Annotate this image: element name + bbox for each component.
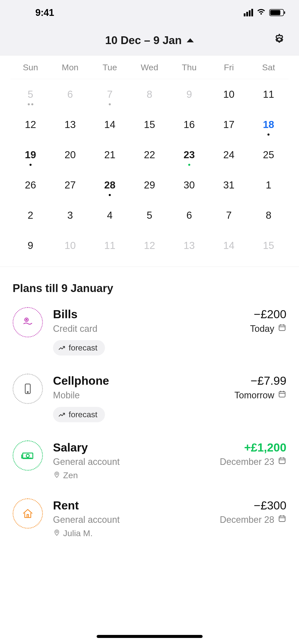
weekday-row: Sun Mon Tue Wed Thu Fri Sat: [11, 55, 288, 79]
plan-title: Bills: [53, 307, 105, 322]
status-indicators: [244, 9, 284, 17]
status-time: 9:41: [35, 7, 54, 18]
calendar-day[interactable]: 28: [90, 179, 130, 191]
svg-rect-3: [279, 325, 285, 331]
calendar-day[interactable]: 30: [169, 179, 209, 191]
calendar-day[interactable]: 31: [209, 179, 249, 191]
pin-icon: [53, 528, 61, 538]
calendar-icon: [278, 388, 286, 402]
calendar-day[interactable]: 6: [50, 89, 90, 100]
calendar-day[interactable]: 15: [249, 240, 288, 251]
plan-title: Cellphone: [53, 374, 109, 388]
calendar-day[interactable]: 20: [50, 149, 90, 160]
calendar-day[interactable]: 4: [90, 210, 130, 221]
calendar-day[interactable]: 7: [209, 210, 249, 221]
chevron-up-icon: [187, 38, 194, 42]
plan-item[interactable]: RentGeneral accountJulia M.−£300December…: [13, 498, 286, 538]
calendar-day[interactable]: 22: [130, 149, 169, 160]
salary-icon: [13, 440, 43, 471]
calendar-day[interactable]: 11: [249, 89, 288, 100]
calendar-day[interactable]: 12: [11, 119, 50, 130]
svg-rect-10: [279, 458, 285, 464]
calendar-row: 2627282930311: [11, 170, 288, 200]
cellular-icon: [244, 9, 253, 16]
calendar-row: 9101112131415: [11, 230, 288, 261]
calendar-day[interactable]: 2: [11, 210, 50, 221]
calendar-day[interactable]: 18: [249, 119, 288, 130]
calendar-day[interactable]: 3: [50, 210, 90, 221]
calendar-day[interactable]: 8: [130, 89, 169, 100]
plan-subtitle: Mobile: [53, 388, 109, 402]
svg-point-8: [26, 454, 29, 457]
calendar-day[interactable]: 14: [90, 119, 130, 130]
calendar-day[interactable]: 1: [249, 179, 288, 191]
svg-point-2: [26, 319, 27, 320]
plan-item[interactable]: BillsCredit cardforecast−£200Today: [13, 307, 286, 356]
calendar-day[interactable]: 13: [169, 240, 209, 251]
plan-date: Today: [250, 322, 286, 336]
calendar-day[interactable]: 16: [169, 119, 209, 130]
calendar-day[interactable]: 15: [130, 119, 169, 130]
plans-title: Plans till 9 January: [13, 282, 286, 295]
calendar-row: 12131415161718: [11, 109, 288, 140]
weekday-label: Tue: [90, 62, 130, 72]
bills-icon: [13, 307, 43, 337]
plan-amount: −£7.99: [234, 374, 286, 388]
calendar-icon: [278, 455, 286, 469]
calendar-day[interactable]: 5: [11, 89, 50, 100]
calendar-day[interactable]: 9: [11, 240, 50, 251]
calendar-day[interactable]: 23: [169, 149, 209, 160]
trend-icon: [59, 343, 66, 352]
weekday-label: Sun: [11, 62, 50, 72]
calendar-day[interactable]: 13: [50, 119, 90, 130]
calendar-day[interactable]: 9: [169, 89, 209, 100]
calendar-day[interactable]: 17: [209, 119, 249, 130]
calendar-row: 567891011: [11, 79, 288, 109]
svg-rect-6: [279, 392, 285, 397]
calendar-day[interactable]: 24: [209, 149, 249, 160]
svg-point-11: [56, 531, 58, 533]
plan-subtitle: General account: [53, 455, 120, 469]
status-bar: 9:41: [0, 0, 299, 25]
calendar-day[interactable]: 12: [130, 240, 169, 251]
calendar-day[interactable]: 14: [209, 240, 249, 251]
plans-section: Plans till 9 January BillsCredit cardfor…: [0, 267, 299, 538]
calendar-day[interactable]: 26: [11, 179, 50, 191]
date-range-button[interactable]: 10 Dec – 9 Jan: [105, 34, 194, 47]
plan-payee: Zen: [53, 470, 120, 480]
calendar-row: 2345678: [11, 200, 288, 230]
calendar-day[interactable]: 6: [169, 210, 209, 221]
calendar-day[interactable]: 5: [130, 210, 169, 221]
calendar-row: 19202122232425: [11, 140, 288, 170]
weekday-label: Sat: [249, 62, 288, 72]
svg-point-9: [56, 473, 58, 475]
calendar-day[interactable]: 27: [50, 179, 90, 191]
plan-title: Rent: [53, 498, 120, 513]
phone-icon: [13, 374, 43, 404]
home-icon: [13, 498, 43, 529]
plans-list: BillsCredit cardforecast−£200TodayCellph…: [13, 307, 286, 538]
weekday-label: Wed: [130, 62, 169, 72]
calendar-day[interactable]: 21: [90, 149, 130, 160]
calendar-day[interactable]: 8: [249, 210, 288, 221]
svg-rect-12: [279, 516, 285, 522]
calendar-day[interactable]: 11: [90, 240, 130, 251]
plan-item[interactable]: SalaryGeneral accountZen+£1,200December …: [13, 440, 286, 480]
calendar-day[interactable]: 25: [249, 149, 288, 160]
weekday-label: Mon: [50, 62, 90, 72]
calendar-day[interactable]: 19: [11, 149, 50, 160]
wifi-icon: [257, 9, 266, 17]
calendar-day[interactable]: 10: [50, 240, 90, 251]
battery-icon: [269, 9, 284, 16]
forecast-chip: forecast: [53, 407, 105, 422]
plan-item[interactable]: CellphoneMobileforecast−£7.99Tomorrow: [13, 374, 286, 422]
calendar-icon: [278, 513, 286, 527]
calendar-day[interactable]: 7: [90, 89, 130, 100]
settings-button[interactable]: [272, 33, 286, 48]
plan-amount: +£1,200: [220, 440, 286, 455]
plan-date: Tomorrow: [234, 388, 286, 402]
calendar-day[interactable]: 10: [209, 89, 249, 100]
forecast-chip: forecast: [53, 340, 105, 356]
plan-date: December 23: [220, 455, 286, 469]
calendar-day[interactable]: 29: [130, 179, 169, 191]
